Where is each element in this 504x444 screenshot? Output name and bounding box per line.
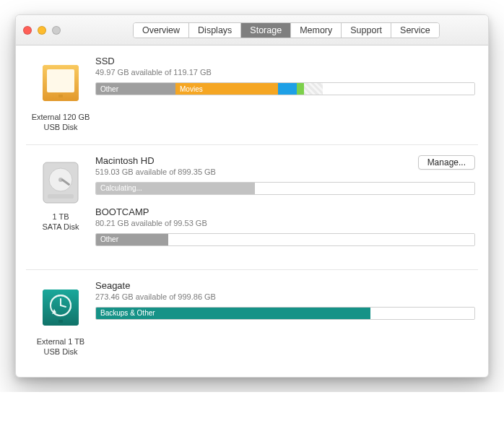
tab-memory[interactable]: Memory xyxy=(291,23,342,38)
volume-name: BOOTCAMP xyxy=(95,206,207,217)
tab-label: Displays xyxy=(198,25,232,35)
volume-header: Macintosh HD 519.03 GB available of 899.… xyxy=(95,155,475,176)
disk-icon-column: 1 TB SATA Disk xyxy=(26,155,95,258)
minimize-button[interactable] xyxy=(38,26,46,35)
manage-button-label: Manage... xyxy=(427,157,466,167)
volume: SSD 49.97 GB available of 119.17 GB Othe… xyxy=(95,56,475,95)
tab-label: Service xyxy=(400,25,430,35)
disk-caption-line2: USB Disk xyxy=(43,123,77,131)
segment-other: Other xyxy=(96,234,168,245)
svg-rect-3 xyxy=(58,95,63,97)
volume: Macintosh HD 519.03 GB available of 899.… xyxy=(95,155,475,195)
disk-caption: External 1 TB USB Disk xyxy=(26,336,95,357)
segment-backups-other: Backups & Other xyxy=(96,308,370,319)
disk-caption-line1: External 120 GB xyxy=(32,113,90,121)
volume-name: SSD xyxy=(95,56,212,66)
volumes: Macintosh HD 519.03 GB available of 899.… xyxy=(95,155,478,258)
storage-bar: Backups & Other xyxy=(95,307,475,320)
svg-rect-15 xyxy=(58,320,63,323)
storage-bar: Other Movies xyxy=(95,82,475,95)
volume-header: BOOTCAMP 80.21 GB available of 99.53 GB xyxy=(95,206,475,227)
volume-available: 49.97 GB available of 119.17 GB xyxy=(95,68,212,77)
storage-bar: Calculating... xyxy=(95,182,475,195)
disk-caption: External 120 GB USB Disk xyxy=(26,112,95,133)
segment-photos xyxy=(297,83,304,95)
segment-free xyxy=(323,83,474,95)
tab-label: Support xyxy=(350,25,382,35)
about-this-mac-window: Overview Displays Storage Memory Support… xyxy=(15,14,489,378)
internal-sata-drive-icon xyxy=(36,158,85,207)
external-usb-drive-icon xyxy=(36,58,85,108)
volume-available: 273.46 GB available of 999.86 GB xyxy=(95,292,216,301)
svg-rect-2 xyxy=(47,69,74,92)
tab-bar: Overview Displays Storage Memory Support… xyxy=(133,22,440,38)
volume-name: Seagate xyxy=(95,280,216,291)
segment-purgeable xyxy=(304,83,323,95)
tab-label: Storage xyxy=(250,25,282,35)
volume-header: SSD 49.97 GB available of 119.17 GB xyxy=(95,56,475,77)
volume-available: 80.21 GB available of 99.53 GB xyxy=(95,219,207,227)
volumes: SSD 49.97 GB available of 119.17 GB Othe… xyxy=(95,56,478,133)
disk-caption-line1: 1 TB xyxy=(52,212,69,221)
manage-button[interactable]: Manage... xyxy=(418,155,475,170)
volume-available: 519.03 GB available of 899.35 GB xyxy=(95,167,216,176)
disk-group: 1 TB SATA Disk Macintosh HD 519.03 GB av… xyxy=(26,144,478,265)
volume-name: Macintosh HD xyxy=(95,155,216,166)
disk-group: External 120 GB USB Disk SSD 49.97 GB av… xyxy=(26,45,478,140)
segment-free xyxy=(168,234,474,245)
traffic-lights xyxy=(23,26,61,35)
tab-label: Memory xyxy=(300,25,332,35)
storage-content: External 120 GB USB Disk SSD 49.97 GB av… xyxy=(16,45,488,377)
volume: BOOTCAMP 80.21 GB available of 99.53 GB … xyxy=(95,206,475,246)
disk-caption-line2: SATA Disk xyxy=(43,222,79,231)
tab-label: Overview xyxy=(142,25,180,35)
volume: Seagate 273.46 GB available of 999.86 GB… xyxy=(95,280,475,320)
disk-caption-line2: USB Disk xyxy=(43,347,77,356)
titlebar: Overview Displays Storage Memory Support… xyxy=(16,15,488,45)
disk-caption-line1: External 1 TB xyxy=(37,337,84,346)
segment-movies: Movies xyxy=(175,83,277,95)
time-machine-drive-icon xyxy=(36,283,85,332)
svg-rect-8 xyxy=(48,194,74,199)
volume-header: Seagate 273.46 GB available of 999.86 GB xyxy=(95,280,475,301)
disk-icon-column: External 120 GB USB Disk xyxy=(26,56,95,133)
segment-free xyxy=(255,183,474,194)
disk-icon-column: External 1 TB USB Disk xyxy=(26,280,95,357)
disk-caption: 1 TB SATA Disk xyxy=(26,212,95,232)
segment-apps xyxy=(278,83,297,95)
tab-displays[interactable]: Displays xyxy=(189,23,241,38)
tab-support[interactable]: Support xyxy=(342,23,391,38)
disk-group: External 1 TB USB Disk Seagate 273.46 GB… xyxy=(26,269,478,365)
tab-service[interactable]: Service xyxy=(391,23,439,38)
segment-free xyxy=(370,308,474,319)
segment-calculating: Calculating... xyxy=(96,183,255,194)
tab-storage[interactable]: Storage xyxy=(241,23,291,38)
tab-overview[interactable]: Overview xyxy=(134,23,189,38)
volumes: Seagate 273.46 GB available of 999.86 GB… xyxy=(95,280,478,357)
close-button[interactable] xyxy=(23,26,32,35)
maximize-button[interactable] xyxy=(52,26,61,35)
storage-bar: Other xyxy=(95,233,475,246)
segment-other: Other xyxy=(96,83,175,95)
